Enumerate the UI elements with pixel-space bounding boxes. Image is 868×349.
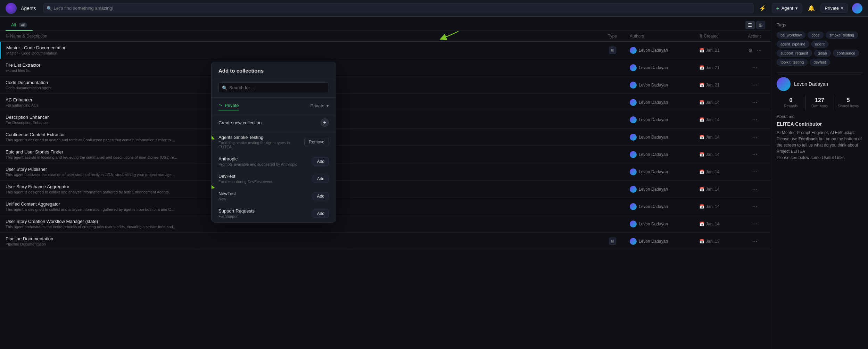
- table-row[interactable]: Description Enhancer For Description Enh…: [0, 111, 771, 128]
- more-options-icon[interactable]: ⋯: [751, 203, 759, 210]
- modal-tab-private[interactable]: 〜 Private: [218, 101, 239, 110]
- chevron-down-icon: ▾: [795, 6, 798, 11]
- modal-search-icon: 🔍: [222, 85, 228, 90]
- remove-collection-button[interactable]: Remove: [304, 138, 329, 146]
- tag-pill[interactable]: agent_pipeline: [777, 41, 809, 48]
- chart-icon[interactable]: ⚡: [758, 3, 768, 13]
- col-authors-cell: Levon Dadayan: [630, 82, 699, 89]
- author-avatar: [630, 64, 637, 71]
- calendar-icon: 📅: [699, 65, 704, 70]
- stats-row: 0 Rewards 127 Own items 5 Shared Items: [777, 95, 862, 110]
- agent-desc: This agent is designed to collect and an…: [6, 207, 207, 211]
- table-row[interactable]: Code Documentation Code documentation ag…: [0, 76, 771, 94]
- plus-icon: +: [776, 5, 779, 11]
- table-row[interactable]: Master - Code Documentation Master - Cod…: [0, 42, 771, 59]
- more-options-icon[interactable]: ⋯: [751, 82, 759, 89]
- add-collection-button[interactable]: Add: [313, 192, 329, 200]
- created-date: Jan, 13: [706, 239, 719, 244]
- col-name-header: ⇅ Name & Description: [6, 34, 595, 39]
- stat-rewards-label: Rewards: [777, 104, 805, 108]
- col-created-cell: 📅 Jan, 14: [699, 117, 744, 122]
- app-logo[interactable]: [6, 3, 17, 14]
- author-avatar: [630, 238, 637, 245]
- created-date: Jan, 21: [706, 83, 719, 88]
- table-row[interactable]: Unified Content Aggregator This agent is…: [0, 198, 771, 215]
- author-name: Levon Dadayan: [639, 239, 668, 244]
- table-row[interactable]: Confluence Content Extractor This agent …: [0, 128, 771, 146]
- author-name: Levon Dadayan: [639, 100, 668, 105]
- modal-tabs: 〜 Private Private ▾: [212, 98, 336, 114]
- search-icon: 🔍: [47, 6, 52, 11]
- tag-pill[interactable]: smoke_testing: [826, 32, 858, 39]
- tab-all[interactable]: All 48: [6, 19, 33, 31]
- calendar-icon: 📅: [699, 135, 704, 140]
- tabs-bar: All 48 ☰ ⊞: [0, 17, 771, 31]
- global-search-input[interactable]: [43, 3, 754, 13]
- more-options-icon[interactable]: ⋯: [751, 186, 759, 193]
- chevron-down-modal: ▾: [326, 103, 329, 108]
- more-options-icon[interactable]: ⋯: [751, 238, 759, 245]
- add-collection-button[interactable]: Add: [313, 157, 329, 166]
- add-collection-button[interactable]: Add: [313, 209, 329, 218]
- stat-own-items-label: Own items: [805, 104, 834, 108]
- tag-pill[interactable]: ba_workflow: [777, 32, 805, 39]
- modal-search-input[interactable]: [218, 82, 329, 93]
- agent-desc: This agent facilitates the creation of u…: [6, 173, 207, 177]
- tag-pill[interactable]: support_request: [777, 50, 812, 57]
- table-row[interactable]: User Story Enhance Aggregator This agent…: [0, 181, 771, 198]
- col-authors-cell: Levon Dadayan: [630, 221, 699, 227]
- col-created-cell: 📅 Jan, 14: [699, 222, 744, 226]
- table-row[interactable]: User Story Creation Workflow Manager (st…: [0, 215, 771, 233]
- agent-name: Master - Code Documentation: [6, 45, 595, 50]
- more-options-icon[interactable]: ⋯: [751, 116, 759, 123]
- more-options-icon[interactable]: ⋯: [751, 134, 759, 141]
- tags-title: Tags: [777, 22, 862, 27]
- author-avatar: [630, 203, 637, 210]
- notification-icon[interactable]: 🔔: [807, 3, 816, 13]
- more-options-icon[interactable]: ⋯: [751, 64, 759, 71]
- collection-name: Anthropic: [218, 156, 313, 161]
- about-heading: ELITEA Contributor: [777, 121, 862, 127]
- collection-name: Agents Smoke Testing: [218, 135, 304, 140]
- add-collection-button[interactable]: Add: [313, 175, 329, 183]
- agent-desc: Code documentation agent: [6, 86, 207, 90]
- list-view-button[interactable]: ☰: [745, 21, 755, 29]
- create-collection-button[interactable]: +: [321, 118, 329, 127]
- user-avatar-topbar[interactable]: [852, 3, 862, 14]
- more-options-icon[interactable]: ⋯: [755, 47, 763, 54]
- table-row[interactable]: User Story Publisher This agent facilita…: [0, 163, 771, 181]
- settings-icon[interactable]: ⚙: [747, 47, 754, 54]
- author-avatar: [630, 221, 637, 227]
- more-options-icon[interactable]: ⋯: [751, 221, 759, 227]
- agent-desc: For Description Enhancer: [6, 121, 207, 125]
- agent-desc: This agent orchestrates the entire proce…: [6, 225, 207, 229]
- tag-pill[interactable]: agent: [811, 41, 829, 48]
- modal-tab-right[interactable]: Private ▾: [311, 103, 329, 108]
- private-button[interactable]: Private ▾: [820, 3, 848, 13]
- col-authors-cell: Levon Dadayan: [630, 64, 699, 71]
- right-sidebar: Tags ba_workflow code smoke_testing agen…: [771, 17, 868, 349]
- more-options-icon[interactable]: ⋯: [751, 99, 759, 106]
- table-row[interactable]: Pipeline Documentation Pipeline Document…: [0, 233, 771, 250]
- user-name-sidebar: Levon Dadayan: [794, 81, 828, 87]
- more-options-icon[interactable]: ⋯: [751, 151, 759, 158]
- tag-pill[interactable]: gitlab: [814, 50, 831, 57]
- view-toggle: ☰ ⊞: [745, 21, 765, 29]
- table-row[interactable]: AC Enhancer For Enhancing ACs Levon Dada…: [0, 94, 771, 111]
- tabs-left: All 48: [6, 19, 33, 31]
- type-icon: ⊞: [609, 47, 616, 54]
- add-agent-button[interactable]: + Agent ▾: [772, 3, 802, 13]
- table-header: ⇅ Name & Description Type Authors ⇅ Crea…: [0, 31, 771, 42]
- list-item: DevFest For demo during DevFest event. A…: [212, 170, 336, 188]
- table-row[interactable]: Epic and User Stories Finder This agent …: [0, 146, 771, 163]
- tag-pill[interactable]: toolkit_testing: [777, 59, 808, 66]
- table-row[interactable]: File List Extractor extract files list L…: [0, 59, 771, 76]
- more-options-icon[interactable]: ⋯: [751, 168, 759, 175]
- tag-pill[interactable]: confluence: [833, 50, 859, 57]
- calendar-icon: 📅: [699, 117, 704, 122]
- author-avatar: [630, 47, 637, 54]
- collection-info: Agents Smoke Testing For doing smoke tes…: [218, 135, 304, 149]
- tag-pill[interactable]: code: [808, 32, 824, 39]
- grid-view-button[interactable]: ⊞: [756, 21, 765, 29]
- tag-pill[interactable]: devfest: [810, 59, 829, 66]
